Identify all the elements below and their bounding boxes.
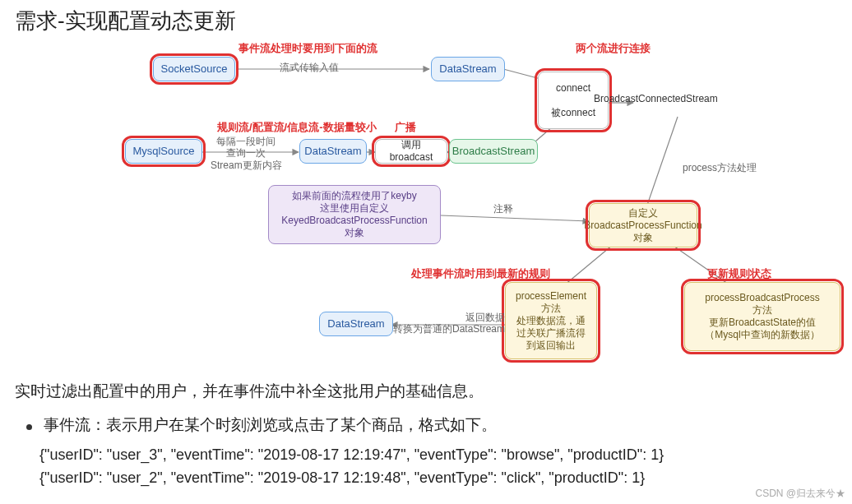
flow-diagram: SocketSource 事件流处理时要用到下面的流 流式传输入值 DataSt… — [0, 39, 852, 376]
json-example-2: {"userID": "user_2", "eventTime": "2019-… — [39, 467, 836, 490]
annot-stream-input: 流式传输入值 — [280, 62, 339, 73]
node-datastream-1: DataStream — [431, 57, 505, 81]
annot-return-data: 返回数据 转换为普通的DataStream — [393, 312, 505, 335]
node-datastream-2: DataStream — [299, 139, 367, 164]
annot-process-event-latest: 处理事件流时用到最新的规则 — [411, 267, 550, 280]
node-process-element: processElement 方法 处理数据流，通 过关联广播流得 到返回输出 — [505, 282, 597, 359]
annot-broadcast-tag: 广播 — [395, 121, 416, 134]
annot-rule-stream-note: 规则流/配置流/信息流-数据量较小 — [217, 121, 377, 134]
svg-line-7 — [645, 117, 678, 212]
annot-two-stream-connect: 两个流进行连接 — [576, 42, 651, 55]
svg-line-8 — [441, 215, 589, 221]
body-text: 实时过滤出配置中的用户，并在事件流中补全这批用户的基础信息。 事件流：表示用户在… — [0, 376, 852, 490]
node-call-broadcast: 调用broadcast — [375, 139, 447, 164]
annot-event-stream-note: 事件流处理时要用到下面的流 — [238, 42, 377, 55]
watermark: CSDN @归去来兮★ — [755, 487, 845, 501]
bullet-icon — [26, 424, 32, 430]
node-custom-func: 自定义 BroadcastProcessFunction 对象 — [589, 203, 697, 247]
node-broadcast-connected-stream: BroadcastConnectedStream — [594, 93, 718, 104]
annot-mysql-poll: 每隔一段时间 查询一次 Stream更新内容 — [211, 136, 282, 171]
json-example-1: {"userID": "user_3", "eventTime": "2019-… — [39, 444, 836, 467]
node-mysql-source: MysqlSource — [125, 139, 202, 164]
bullet-lead: 事件流：表示用户在某个时刻浏览或点击了某个商品，格式如下。 — [44, 413, 497, 437]
node-process-broadcast: processBroadcastProcess 方法 更新BroadcastSt… — [684, 282, 840, 351]
node-broadcast-stream: BroadcastStream — [449, 139, 538, 164]
page-title: 需求-实现配置动态更新 — [0, 0, 852, 39]
node-keyed-func: 如果前面的流程使用了keyby 这里使用自定义 KeyedBroadcastPr… — [268, 185, 441, 244]
node-datastream-3: DataStream — [319, 312, 393, 336]
annot-process-method: process方法处理 — [683, 162, 757, 173]
desc-line-1: 实时过滤出配置中的用户，并在事件流中补全这批用户的基础信息。 — [15, 379, 837, 403]
annot-inject: 注释 — [493, 203, 513, 215]
annot-update-rule-state: 更新规则状态 — [707, 267, 771, 280]
node-socket-source: SocketSource — [153, 57, 235, 81]
